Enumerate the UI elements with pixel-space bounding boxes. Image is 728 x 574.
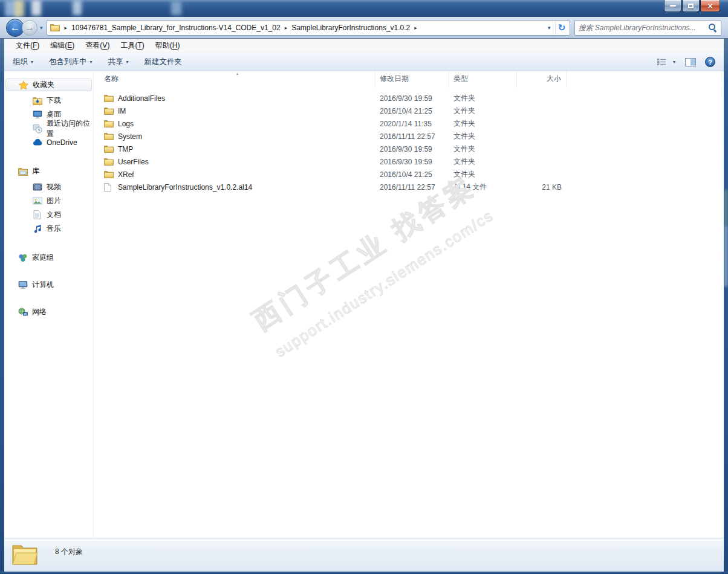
file-name-cell: UserFiles: [100, 158, 375, 166]
file-name-cell: AdditionalFiles: [100, 94, 375, 103]
refresh-button[interactable]: ↻: [555, 21, 568, 34]
dropdown-arrow-icon: ▾: [90, 59, 93, 65]
file-date: 2016/11/11 22:57: [375, 132, 449, 141]
frame-glass-artifact: [724, 190, 727, 226]
search-input[interactable]: [579, 24, 708, 32]
titlebar[interactable]: ×: [0, 0, 728, 17]
file-date: 2020/1/14 11:35: [375, 120, 449, 128]
minimize-button[interactable]: [664, 0, 681, 12]
column-header[interactable]: ▴ 名称: [100, 71, 375, 88]
preview-pane-button[interactable]: [684, 57, 696, 67]
pictures-icon: [32, 196, 42, 206]
breadcrumb-segment[interactable]: 109476781_Sample_Library_for_Instruction…: [71, 24, 281, 32]
sidebar-section-计算机[interactable]: 计算机: [4, 279, 93, 291]
back-arrow-icon: ←: [10, 22, 21, 34]
close-icon: ×: [707, 2, 712, 10]
column-header[interactable]: 类型: [449, 71, 517, 88]
breadcrumb: ▸109476781_Sample_Library_for_Instructio…: [60, 24, 421, 32]
sidebar-item-视频[interactable]: 视频: [4, 180, 93, 194]
file-rows: AdditionalFiles 2016/9/30 19:59 文件夹 IM 2…: [94, 88, 724, 193]
breadcrumb-separator-icon: ▸: [60, 25, 72, 31]
toolbar-items: 组织 ▾ 包含到库中 ▾ 共享 ▾ 新建文件夹: [13, 57, 198, 67]
breadcrumb-segment[interactable]: SampleLibraryForInstructions_v1.0.2: [291, 24, 410, 32]
network-icon: [18, 308, 28, 317]
file-date: 2016/10/4 21:25: [375, 107, 449, 115]
folder-icon: [104, 170, 114, 178]
folder-icon: [104, 120, 114, 127]
file-row[interactable]: AdditionalFiles 2016/9/30 19:59 文件夹: [94, 92, 724, 105]
file-type: 文件夹: [449, 156, 517, 167]
sidebar-item-label: 下载: [47, 95, 61, 106]
sidebar-item-label: 音乐: [47, 224, 61, 234]
file-row[interactable]: System 2016/11/11 22:57 文件夹: [94, 130, 724, 143]
sidebar-section: 计算机: [4, 279, 93, 291]
menu-item[interactable]: 文件(F): [10, 39, 45, 53]
column-header[interactable]: 修改日期: [375, 71, 449, 88]
file-size: 21 KB: [517, 183, 567, 192]
sidebar-item-音乐[interactable]: 音乐: [4, 222, 93, 236]
sidebar-section-网络[interactable]: 网络: [4, 306, 93, 318]
menu-item[interactable]: 查看(V): [80, 39, 115, 53]
file-name-cell: TMP: [100, 145, 375, 153]
window-frame-left: [0, 39, 4, 572]
file-row[interactable]: IM 2016/10/4 21:25 文件夹: [94, 105, 724, 117]
file-icon: [104, 183, 114, 192]
file-list-area[interactable]: ▴ 名称 修改日期 类型 大小 AdditionalFiles 2016/9/3…: [93, 71, 724, 538]
sidebar-section-收藏夹[interactable]: 收藏夹: [5, 79, 92, 91]
file-name: AdditionalFiles: [118, 94, 165, 103]
recent-pages-dropdown[interactable]: ▾: [40, 25, 43, 31]
folder-icon: [104, 145, 114, 153]
sidebar-section-label: 收藏夹: [33, 80, 54, 90]
sidebar-item-下载[interactable]: 下载: [4, 94, 93, 108]
status-folder-icon: [11, 542, 38, 566]
toolbar-button[interactable]: 新建文件夹: [145, 57, 183, 67]
file-name: TMP: [118, 145, 133, 153]
file-date: 2016/10/4 21:25: [375, 170, 449, 179]
file-date: 2016/11/11 22:57: [375, 183, 449, 192]
folder-icon: [104, 132, 114, 140]
column-header-label: 类型: [453, 74, 468, 84]
file-row[interactable]: Logs 2020/1/14 11:35 文件夹: [94, 117, 724, 130]
toolbar-button[interactable]: 组织 ▾: [13, 57, 33, 67]
search-box[interactable]: [574, 20, 721, 36]
maximize-button[interactable]: [682, 0, 700, 12]
menu-item[interactable]: 编辑(E): [45, 39, 80, 53]
file-row[interactable]: SampleLibraryForInstructions_v1.0.2.al14…: [94, 181, 724, 193]
sidebar-section-库[interactable]: 库: [4, 165, 93, 178]
file-row[interactable]: XRef 2016/10/4 21:25 文件夹: [94, 168, 724, 181]
file-date: 2016/9/30 19:59: [375, 158, 449, 166]
search-icon[interactable]: [708, 23, 717, 32]
menu-item[interactable]: 工具(T): [115, 39, 149, 53]
toolbar-button[interactable]: 共享 ▾: [108, 57, 129, 67]
forward-button[interactable]: →: [22, 20, 37, 36]
address-bar[interactable]: ▸109476781_Sample_Library_for_Instructio…: [47, 20, 570, 36]
sidebar-item-文档[interactable]: 文档: [4, 208, 93, 222]
sidebar-item-label: 图片: [47, 196, 61, 206]
addressbar-dropdown-icon[interactable]: ▾: [544, 25, 555, 31]
file-name: System: [118, 132, 142, 141]
toolbar-button[interactable]: 包含到库中 ▾: [49, 57, 93, 67]
dropdown-arrow-icon: ▾: [126, 59, 129, 65]
menu-item[interactable]: 帮助(H): [150, 39, 186, 53]
file-name-cell: System: [100, 132, 375, 141]
music-icon: [32, 224, 42, 234]
explorer-window: × ← → ▾ ▸109476781_Sample_Library_for_In…: [0, 0, 728, 574]
file-name-cell: Logs: [100, 120, 375, 128]
sidebar-item-label: 最近访问的位置: [47, 118, 93, 139]
file-row[interactable]: TMP 2016/9/30 19:59 文件夹: [94, 143, 724, 155]
file-type: 文件夹: [449, 106, 517, 116]
onedrive-icon: [32, 138, 42, 147]
sidebar-section-家庭组[interactable]: 家庭组: [4, 251, 93, 264]
sidebar-section-label: 计算机: [32, 280, 54, 290]
sidebar-item-最近访问的位置[interactable]: 最近访问的位置: [4, 121, 93, 135]
file-type: AL14 文件: [449, 182, 517, 192]
toolbar-button-label: 组织: [13, 57, 28, 67]
close-button[interactable]: ×: [700, 0, 720, 12]
column-header[interactable]: 大小: [517, 71, 567, 88]
help-button[interactable]: ?: [705, 57, 715, 67]
sidebar-item-label: OneDrive: [47, 138, 77, 147]
sidebar-item-图片[interactable]: 图片: [4, 194, 93, 208]
change-view-button[interactable]: ▾: [657, 57, 675, 67]
sidebar-section-items: 视频 图片 文档 音乐: [4, 178, 93, 236]
file-row[interactable]: UserFiles 2016/9/30 19:59 文件夹: [94, 155, 724, 168]
